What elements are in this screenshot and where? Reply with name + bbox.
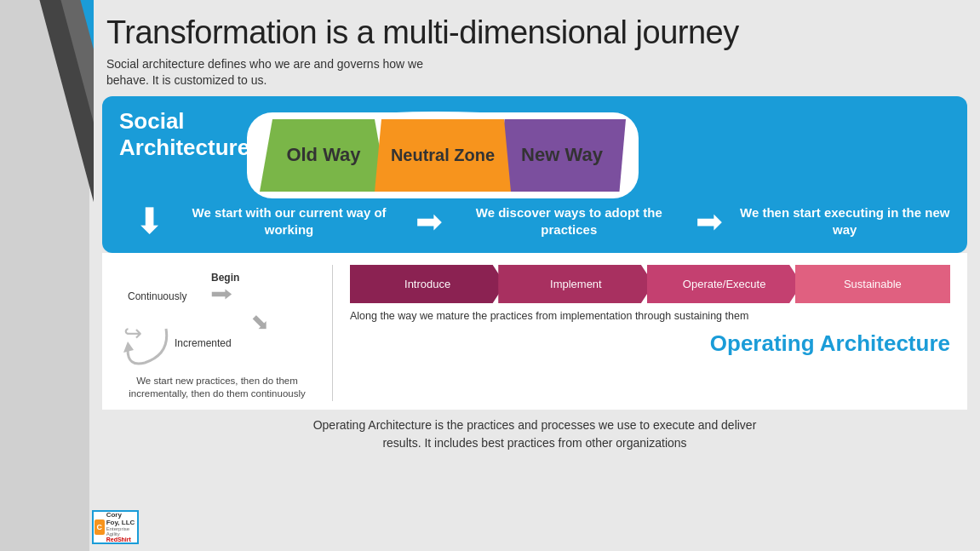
- stripe-dark: [17, 0, 94, 551]
- step-sustainable: Sustainable: [795, 265, 950, 303]
- stripe-medium: [38, 0, 94, 551]
- right-arrow-2-icon: ➡: [696, 205, 723, 238]
- continuously-label: Continuously: [128, 290, 186, 302]
- begin-label: Begin: [211, 272, 239, 284]
- social-architecture-title: Social Architecture: [119, 108, 238, 161]
- text-block-1: We start with our current way of working: [180, 204, 398, 239]
- cycle-big-left: [123, 320, 170, 370]
- social-architecture-section: Social Architecture Old Way Neutral Zone: [102, 96, 967, 253]
- page-subtitle: Social architecture defines who we are a…: [106, 56, 954, 89]
- step-introduce: Introduce: [350, 265, 505, 303]
- operating-architecture-label: Operating Architecture: [350, 330, 950, 357]
- stripe-blue: [58, 0, 94, 551]
- title-area: Transformation is a multi-dimensional jo…: [89, 0, 980, 96]
- cycle-left-svg: [123, 320, 170, 367]
- logo-icon: C: [95, 519, 105, 535]
- logo-text: Cory Foy, LLC Enterprise Agility RedShir…: [106, 512, 136, 543]
- page-title: Transformation is a multi-dimensional jo…: [106, 15, 954, 51]
- incremented-label: Incremented: [175, 337, 232, 349]
- bottom-caption: Operating Architecture is the practices …: [89, 410, 980, 459]
- process-area: Introduce Implement Operate/Execute Sust…: [350, 265, 950, 357]
- decorative-stripes: [0, 0, 94, 551]
- cycle-area: ➡ Begin Continuously ➡ ↩ Incremented We …: [119, 265, 315, 401]
- logo-icon-row: C Cory Foy, LLC Enterprise Agility RedSh…: [95, 512, 136, 543]
- right-arrow-1-icon: ➡: [415, 205, 443, 238]
- neutral-zone-shape: Neutral Zone: [375, 119, 511, 192]
- old-way-shape: Old Way: [260, 119, 387, 192]
- logo-area: C Cory Foy, LLC Enterprise Agility RedSh…: [92, 510, 139, 544]
- svg-marker-1: [123, 342, 134, 353]
- vertical-divider: [332, 265, 333, 401]
- cycle-description: We start new practices, then do them inc…: [119, 375, 315, 401]
- new-way-shape: New Way: [498, 119, 626, 192]
- text-block-2: We discover ways to adopt the practices: [460, 204, 678, 239]
- social-text-row: ⬇ We start with our current way of worki…: [119, 204, 950, 239]
- begin-arrow-icon: ➡: [210, 282, 232, 306]
- main-container: Transformation is a multi-dimensional jo…: [89, 0, 980, 551]
- cycle-arrow-downright-icon: ➡: [244, 307, 276, 338]
- operating-section: ➡ Begin Continuously ➡ ↩ Incremented We …: [102, 255, 967, 410]
- logo-box: C Cory Foy, LLC Enterprise Agility RedSh…: [92, 510, 139, 544]
- down-arrow-icon: ⬇: [135, 204, 164, 239]
- text-block-3: We then start executing in the new way: [740, 204, 951, 239]
- process-subtitle: Along the way we mature the practices fr…: [350, 310, 950, 322]
- shapes-wrapper: Old Way Neutral Zone New Way: [247, 112, 639, 198]
- step-implement: Implement: [498, 265, 653, 303]
- process-bar: Introduce Implement Operate/Execute Sust…: [350, 265, 950, 303]
- step-operate: Operate/Execute: [647, 265, 802, 303]
